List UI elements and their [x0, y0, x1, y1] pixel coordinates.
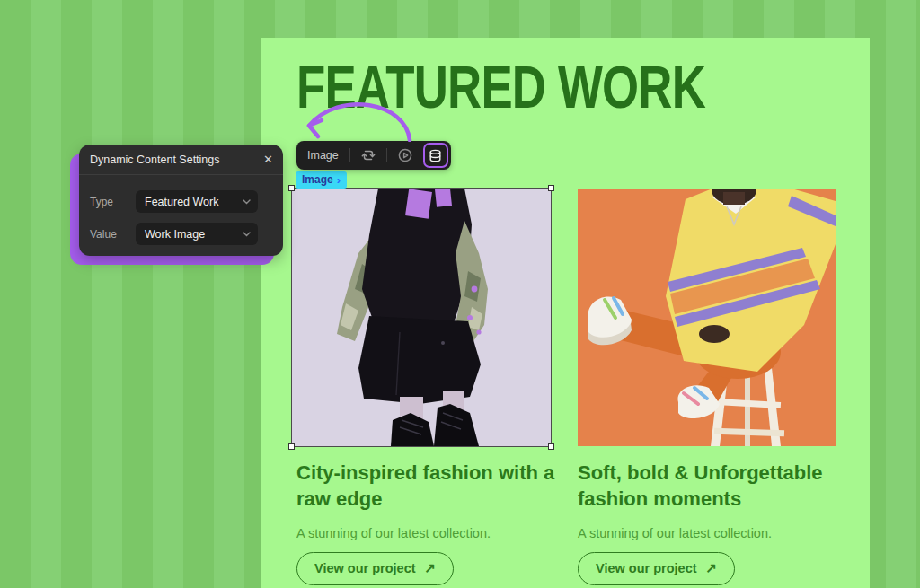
type-dropdown[interactable]: Featured Work — [136, 190, 258, 213]
featured-image-2[interactable] — [578, 189, 836, 446]
featured-image-2-illustration — [578, 189, 836, 446]
swap-icon[interactable] — [358, 145, 379, 166]
selection-toolbar: Image — [296, 141, 451, 170]
dynamic-content-settings-panel: Dynamic Content Settings ✕ Type Featured… — [79, 145, 283, 256]
featured-image-1-illustration — [292, 189, 551, 446]
design-canvas[interactable]: FEATURED WORK Image — [261, 38, 870, 588]
cms-binding-badge[interactable]: Image › — [296, 171, 347, 189]
card-2: Soft, bold & Unforgettable fashion momen… — [578, 460, 847, 585]
card-2-view-project-button[interactable]: View our project ↗ — [578, 552, 735, 585]
cms-binding-label: Image — [302, 173, 333, 186]
page-title: FEATURED WORK — [296, 57, 705, 117]
selection-handle[interactable] — [288, 185, 295, 191]
panel-header: Dynamic Content Settings ✕ — [79, 145, 283, 175]
featured-image-1[interactable] — [292, 189, 551, 446]
card-1-title: City-inspired fashion with a raw edge — [296, 460, 577, 512]
panel-title: Dynamic Content Settings — [90, 154, 220, 166]
card-1-button-label: View our project — [314, 561, 416, 575]
card-2-description: A stunning of our latest collection. — [578, 526, 847, 540]
database-icon[interactable] — [423, 143, 448, 168]
chevron-down-icon — [243, 199, 251, 205]
value-dropdown-value: Work Image — [145, 228, 205, 241]
panel-field-value: Value Work Image — [79, 223, 283, 245]
card-2-title: Soft, bold & Unforgettable fashion momen… — [578, 460, 847, 512]
card-2-button-label: View our project — [596, 561, 697, 575]
close-icon[interactable]: ✕ — [263, 154, 273, 165]
external-arrow-icon: ↗ — [706, 560, 718, 576]
interaction-icon[interactable] — [394, 145, 416, 166]
selection-handle[interactable] — [548, 443, 554, 450]
value-dropdown[interactable]: Work Image — [136, 223, 258, 245]
card-1: City-inspired fashion with a raw edge A … — [296, 460, 577, 585]
chevron-right-icon: › — [337, 174, 341, 186]
value-field-label: Value — [79, 228, 136, 241]
type-field-label: Type — [79, 196, 136, 208]
external-arrow-icon: ↗ — [425, 560, 437, 576]
toolbar-divider — [386, 148, 387, 162]
type-dropdown-value: Featured Work — [145, 196, 218, 208]
toolbar-layer-label: Image — [307, 149, 342, 162]
selection-handle[interactable] — [288, 443, 295, 450]
toolbar-divider — [349, 148, 350, 162]
selection-handle[interactable] — [548, 185, 554, 191]
card-1-description: A stunning of our latest collection. — [296, 526, 577, 540]
card-1-view-project-button[interactable]: View our project ↗ — [296, 552, 454, 585]
panel-field-type: Type Featured Work — [79, 190, 283, 213]
striped-background: FEATURED WORK Image — [0, 0, 920, 588]
chevron-down-icon — [243, 232, 251, 237]
